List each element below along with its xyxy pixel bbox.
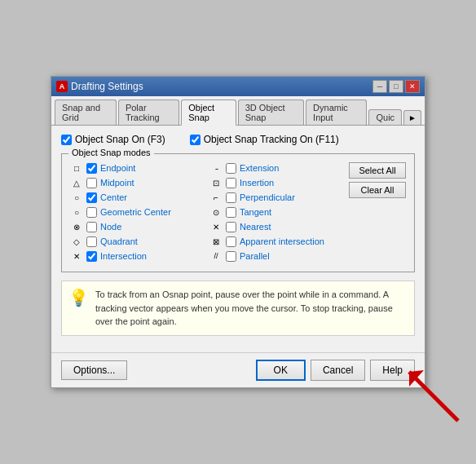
node-checkbox[interactable] [86, 222, 97, 232]
bulb-icon: 💡 [68, 288, 89, 307]
intersection-icon: ✕ [70, 250, 83, 263]
perpendicular-checkbox[interactable] [226, 192, 236, 203]
midpoint-icon: △ [70, 176, 83, 189]
endpoint-label[interactable]: Endpoint [100, 163, 135, 173]
snap-mode-geometric-center: ○ Geometric Center [70, 205, 209, 219]
drafting-settings-dialog: A Drafting Settings ─ □ ✕ Snap and Grid … [51, 76, 425, 388]
object-snap-on-checkbox[interactable] [61, 135, 72, 145]
nearest-checkbox[interactable] [226, 222, 236, 232]
snap-mode-midpoint: △ Midpoint [70, 175, 209, 190]
info-text: To track from an Osnap point, pause over… [95, 288, 408, 329]
tab-quic[interactable]: Quic [368, 109, 402, 125]
tabs-bar: Snap and Grid Polar Tracking Object Snap… [51, 96, 425, 126]
minimize-button[interactable]: ─ [372, 80, 387, 93]
geometric-center-checkbox[interactable] [86, 207, 97, 218]
title-bar: A Drafting Settings ─ □ ✕ [51, 77, 425, 96]
snap-modes-group: Object Snap modes □ Endpoint △ [61, 153, 415, 272]
endpoint-icon: □ [70, 161, 83, 175]
snap-modes-right: - - - Extension ⊡ Insertion ⌐ [209, 161, 349, 263]
perpendicular-label[interactable]: Perpendicular [240, 192, 295, 202]
tangent-icon: ⊙ [209, 205, 223, 219]
group-box-title: Object Snap modes [68, 148, 154, 157]
snap-mode-extension: - - - Extension [209, 161, 349, 175]
quadrant-checkbox[interactable] [86, 236, 97, 247]
apparent-intersection-label[interactable]: Apparent intersection [240, 236, 324, 246]
tab-arrow[interactable]: ► [403, 110, 421, 125]
bottom-buttons: Options... OK Cancel Help [51, 352, 425, 387]
quadrant-label[interactable]: Quadrant [100, 236, 138, 246]
snap-modes-left: □ Endpoint △ Midpoint ○ [70, 161, 209, 263]
parallel-label[interactable]: Parallel [240, 251, 270, 261]
options-button[interactable]: Options... [61, 360, 127, 380]
insertion-icon: ⊡ [209, 176, 223, 189]
extension-icon: - - - [209, 161, 223, 175]
snap-mode-intersection: ✕ Intersection [70, 249, 209, 263]
maximize-button[interactable]: □ [389, 80, 403, 93]
object-snap-tracking-wrapper: Object Snap Tracking On (F11) [190, 134, 339, 145]
midpoint-checkbox[interactable] [86, 178, 97, 188]
snap-mode-quadrant: ◇ Quadrant [70, 234, 209, 249]
parallel-checkbox[interactable] [226, 251, 236, 262]
geometric-center-icon: ○ [70, 205, 83, 219]
quadrant-icon: ◇ [70, 235, 83, 248]
title-bar-left: A Drafting Settings [56, 81, 143, 92]
snap-mode-endpoint: □ Endpoint [70, 161, 209, 175]
app-icon: A [56, 81, 68, 92]
perpendicular-icon: ⌐ [209, 191, 223, 204]
top-checkboxes: Object Snap On (F3) Object Snap Tracking… [61, 134, 415, 145]
intersection-checkbox[interactable] [86, 251, 97, 262]
action-buttons: Select All Clear All [349, 161, 406, 263]
snap-mode-parallel: // Parallel [209, 249, 349, 263]
select-all-button[interactable]: Select All [349, 162, 406, 179]
geometric-center-label[interactable]: Geometric Center [100, 207, 171, 217]
nearest-label[interactable]: Nearest [240, 222, 271, 232]
object-snap-on-label[interactable]: Object Snap On (F3) [75, 134, 165, 145]
apparent-intersection-checkbox[interactable] [226, 236, 236, 247]
object-snap-tracking-label[interactable]: Object Snap Tracking On (F11) [204, 134, 339, 145]
center-icon: ○ [70, 191, 83, 204]
center-label[interactable]: Center [100, 192, 127, 202]
snap-mode-node: ⊗ Node [70, 219, 209, 234]
snap-mode-center: ○ Center [70, 190, 209, 205]
tangent-checkbox[interactable] [226, 207, 236, 218]
snap-modes-container: □ Endpoint △ Midpoint ○ [70, 161, 406, 263]
title-bar-buttons: ─ □ ✕ [372, 80, 420, 93]
insertion-label[interactable]: Insertion [240, 178, 274, 188]
tab-object-snap[interactable]: Object Snap [181, 99, 236, 126]
extension-label[interactable]: Extension [240, 163, 279, 173]
snap-mode-nearest: ✕ Nearest [209, 219, 349, 234]
endpoint-checkbox[interactable] [86, 163, 97, 174]
tab-polar-tracking[interactable]: Polar Tracking [118, 99, 179, 125]
window-title: Drafting Settings [71, 81, 143, 92]
parallel-icon: // [209, 250, 223, 263]
info-box: 💡 To track from an Osnap point, pause ov… [61, 281, 415, 336]
cancel-button[interactable]: Cancel [311, 360, 365, 381]
clear-all-button[interactable]: Clear All [349, 182, 406, 198]
ok-button[interactable]: OK [256, 360, 306, 381]
help-button[interactable]: Help [370, 360, 415, 381]
intersection-label[interactable]: Intersection [100, 251, 147, 261]
extension-checkbox[interactable] [226, 163, 236, 174]
object-snap-tracking-checkbox[interactable] [190, 135, 201, 145]
object-snap-on-wrapper: Object Snap On (F3) [61, 134, 165, 145]
snap-mode-perpendicular: ⌐ Perpendicular [209, 190, 349, 205]
tab-content: Object Snap On (F3) Object Snap Tracking… [51, 126, 425, 352]
tab-snap-grid[interactable]: Snap and Grid [55, 99, 117, 125]
snap-mode-insertion: ⊡ Insertion [209, 175, 349, 190]
close-button[interactable]: ✕ [405, 80, 420, 93]
midpoint-label[interactable]: Midpoint [100, 178, 134, 188]
tab-3d-object-snap[interactable]: 3D Object Snap [238, 99, 304, 125]
nearest-icon: ✕ [209, 220, 223, 233]
apparent-intersection-icon: ⊠ [209, 235, 223, 248]
right-buttons-group: OK Cancel Help [256, 360, 415, 381]
center-checkbox[interactable] [86, 192, 97, 203]
snap-mode-tangent: ⊙ Tangent [209, 205, 349, 219]
insertion-checkbox[interactable] [226, 178, 236, 188]
tab-dynamic-input[interactable]: Dynamic Input [306, 99, 367, 125]
tangent-label[interactable]: Tangent [240, 207, 271, 217]
node-icon: ⊗ [70, 220, 83, 233]
snap-mode-apparent-intersection: ⊠ Apparent intersection [209, 234, 349, 249]
node-label[interactable]: Node [100, 222, 121, 232]
